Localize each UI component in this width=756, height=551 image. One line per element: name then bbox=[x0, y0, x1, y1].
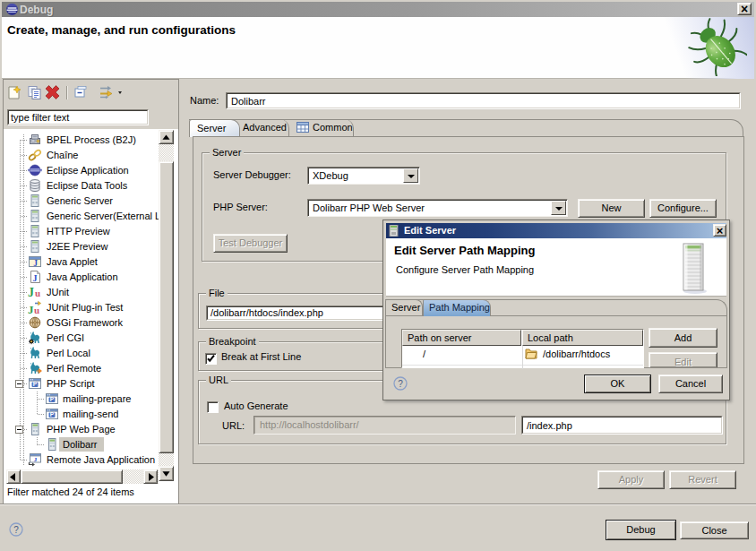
svg-text:?: ? bbox=[398, 379, 403, 389]
svg-text:?: ? bbox=[13, 525, 19, 535]
